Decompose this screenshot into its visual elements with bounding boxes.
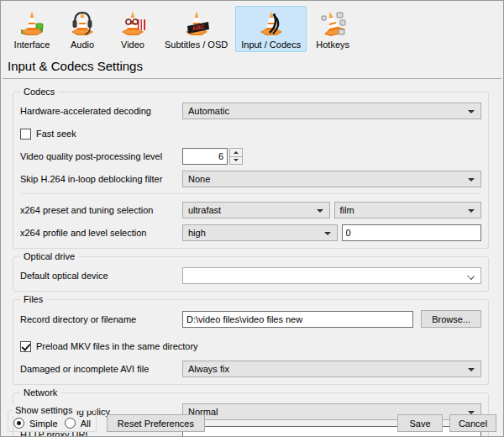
chevron-down-icon [468, 209, 475, 213]
files-group-title: Files [20, 293, 46, 305]
fast-seek-row[interactable]: Fast seek [20, 125, 481, 142]
show-settings-all-label: All [81, 419, 91, 429]
vlc-cone-subtitles-icon: ABC [182, 9, 211, 38]
show-settings-simple-radio[interactable] [13, 418, 24, 429]
network-group-title: Network [20, 387, 60, 398]
preload-mkv-checkbox[interactable] [20, 341, 31, 352]
page-title: Input & Codecs Settings [8, 59, 503, 73]
skip-deblock-select[interactable]: None [182, 171, 481, 187]
show-settings-all-option[interactable]: All [65, 418, 91, 429]
record-directory-input[interactable] [182, 311, 413, 328]
record-directory-label: Record directory or filename [20, 314, 182, 324]
toolbar-item-label: Audio [71, 39, 94, 50]
preferences-toolbar: Interface Audio Video ABC Subtitl [1, 1, 503, 54]
title-divider [3, 78, 501, 79]
record-directory-row: Record directory or filename Browse... [20, 310, 481, 328]
spin-down-icon [234, 159, 239, 161]
postproc-level-label: Video quality post-processing level [20, 151, 182, 161]
codecs-group: Codecs Hardware-accelerated decoding Aut… [13, 92, 489, 249]
vlc-preferences-window: { "toolbar": { "items": [ { "label": "In… [0, 0, 504, 437]
preload-mkv-label: Preload MKV files in the same directory [36, 341, 198, 351]
toolbar-item-label: Hotkeys [316, 39, 349, 50]
show-settings-title: Show settings [12, 404, 76, 416]
default-optical-device-combobox[interactable] [182, 267, 481, 284]
x264-preset-row: x264 preset and tuning selection ultrafa… [20, 202, 481, 218]
postproc-level-row: Video quality post-processing level [20, 148, 481, 165]
spin-up-button[interactable] [229, 148, 243, 156]
browse-button[interactable]: Browse... [421, 310, 481, 328]
toolbar-item-interface[interactable]: Interface [8, 6, 56, 52]
codecs-group-title: Codecs [20, 86, 58, 97]
damaged-avi-select[interactable]: Always fix [182, 361, 481, 377]
damaged-avi-label: Damaged or incomplete AVI file [20, 364, 182, 374]
damaged-avi-row: Damaged or incomplete AVI file Always fi… [20, 361, 481, 377]
toolbar-item-label: Subtitles / OSD [165, 39, 228, 50]
hardware-decoding-label: Hardware-accelerated decoding [20, 106, 182, 116]
vlc-cone-hotkeys-icon [318, 9, 347, 38]
fast-seek-label: Fast seek [36, 129, 76, 139]
optical-drive-group: Optical drive Default optical device [13, 256, 489, 292]
show-settings-simple-option[interactable]: Simple [13, 418, 58, 429]
x264-profile-value: high [188, 228, 206, 238]
vlc-cone-audio-icon [68, 9, 97, 38]
cancel-button[interactable]: Cancel [449, 414, 496, 432]
codecs-divider [20, 193, 481, 194]
hardware-decoding-select[interactable]: Automatic [182, 103, 481, 119]
chevron-down-icon [468, 368, 475, 371]
toolbar-item-label: Video [121, 39, 144, 50]
hardware-decoding-value: Automatic [188, 106, 229, 116]
show-settings-simple-label: Simple [29, 419, 58, 429]
x264-profile-row: x264 profile and level selection high [20, 224, 481, 241]
chevron-down-icon [468, 178, 475, 182]
x264-tune-select[interactable]: film [334, 202, 482, 218]
toolbar-item-video[interactable]: Video [108, 6, 157, 52]
fast-seek-checkbox[interactable] [20, 129, 31, 140]
save-button[interactable]: Save [397, 414, 443, 432]
postproc-level-spinner[interactable] [182, 148, 243, 165]
x264-tune-value: film [340, 205, 354, 215]
default-optical-device-row: Default optical device [20, 267, 481, 284]
chevron-down-icon [317, 209, 323, 213]
chevron-down-icon [468, 110, 475, 113]
toolbar-item-input-codecs[interactable]: Input / Codecs [235, 6, 307, 52]
show-settings-all-radio[interactable] [65, 418, 76, 429]
x264-preset-select[interactable]: ultrafast [182, 202, 330, 218]
x264-preset-label: x264 preset and tuning selection [20, 205, 182, 215]
toolbar-item-label: Input / Codecs [241, 39, 301, 50]
preload-mkv-row[interactable]: Preload MKV files in the same directory [20, 338, 481, 355]
chevron-down-icon [467, 272, 475, 280]
spin-up-icon [234, 151, 239, 154]
files-group: Files Record directory or filename Brows… [13, 299, 489, 385]
spin-down-button[interactable] [229, 156, 243, 166]
optical-drive-group-title: Optical drive [20, 250, 78, 262]
toolbar-item-audio[interactable]: Audio [58, 6, 107, 52]
vlc-cone-interface-icon [18, 9, 46, 38]
skip-deblock-label: Skip H.264 in-loop deblocking filter [20, 174, 182, 184]
vlc-cone-input-codecs-icon [257, 9, 286, 38]
default-optical-device-label: Default optical device [20, 271, 182, 281]
dialog-footer: Show settings Simple All Reset Preferenc… [1, 403, 503, 436]
toolbar-item-subtitles[interactable]: ABC Subtitles / OSD [159, 6, 234, 52]
vlc-cone-video-icon [118, 9, 147, 38]
x264-profile-select[interactable]: high [182, 224, 338, 241]
hardware-decoding-row: Hardware-accelerated decoding Automatic [20, 103, 481, 119]
show-settings-group: Show settings Simple All [8, 410, 97, 432]
chevron-down-icon [324, 232, 331, 235]
x264-preset-value: ultrafast [188, 205, 221, 215]
toolbar-item-label: Interface [14, 39, 50, 50]
toolbar-item-hotkeys[interactable]: Hotkeys [308, 6, 357, 52]
reset-preferences-button[interactable]: Reset Preferences [107, 414, 205, 432]
damaged-avi-value: Always fix [188, 364, 229, 374]
x264-profile-label: x264 profile and level selection [20, 228, 182, 238]
postproc-level-input[interactable] [182, 148, 228, 165]
skip-deblock-row: Skip H.264 in-loop deblocking filter Non… [20, 171, 481, 187]
skip-deblock-value: None [188, 174, 210, 184]
x264-level-input[interactable] [342, 224, 482, 241]
